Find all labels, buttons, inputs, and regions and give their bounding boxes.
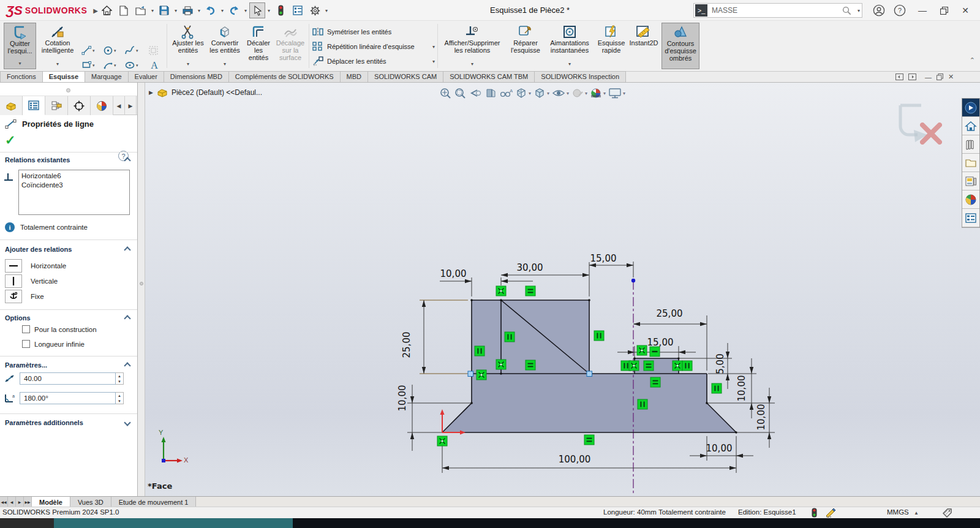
custom-properties-icon[interactable] bbox=[962, 209, 979, 227]
tab-propertymanager[interactable] bbox=[23, 96, 45, 115]
undo-icon[interactable] bbox=[203, 2, 219, 18]
line-tool[interactable]: ▾ bbox=[81, 45, 95, 56]
dimension-label[interactable]: 5,00 bbox=[715, 353, 726, 374]
units-dropdown-icon[interactable]: ▲ bbox=[914, 510, 919, 516]
search-icon[interactable] bbox=[837, 2, 856, 18]
mirror-entities-button[interactable]: Symétriser les entités bbox=[312, 25, 391, 39]
status-rebuild-icon[interactable] bbox=[812, 508, 817, 518]
add-relations-collapse-icon[interactable] bbox=[124, 246, 130, 253]
for-construction-checkbox[interactable] bbox=[22, 325, 30, 333]
exit-sketch-dropdown-icon[interactable]: ▾ bbox=[18, 60, 21, 67]
relation-item[interactable]: Coïncidente3 bbox=[21, 181, 127, 190]
select-tool-button[interactable] bbox=[249, 2, 265, 18]
save-dropdown-icon[interactable]: ▾ bbox=[173, 8, 179, 13]
dimension-label[interactable]: 15,00 bbox=[647, 337, 674, 348]
help-icon[interactable]: ? bbox=[891, 2, 908, 18]
dimension-label[interactable]: 10,00 bbox=[440, 268, 467, 279]
status-sketch-icon[interactable] bbox=[825, 508, 836, 518]
move-dropdown-icon[interactable]: ▾ bbox=[432, 59, 435, 64]
rebuild-icon[interactable] bbox=[273, 2, 288, 18]
dimension-label[interactable]: 25,00 bbox=[657, 308, 683, 319]
horizontal-relation-button[interactable]: Horizontale bbox=[5, 259, 66, 273]
additional-parameters-expand-icon[interactable] bbox=[124, 419, 130, 426]
angle-spinner[interactable]: ▲▼ bbox=[116, 392, 124, 404]
instant2d-button[interactable]: Instant2D bbox=[628, 23, 659, 69]
angle-input[interactable]: 180.00° bbox=[20, 392, 116, 404]
restore-button[interactable] bbox=[935, 2, 952, 18]
convert-entities-button[interactable]: Convertir les entités▾ bbox=[207, 23, 243, 69]
last-tab-icon[interactable]: ▶▶ bbox=[24, 497, 32, 507]
linear-pattern-dropdown-icon[interactable]: ▾ bbox=[432, 44, 435, 50]
views-3d-tab[interactable]: Vues 3D bbox=[70, 497, 111, 507]
search-box[interactable]: >_ MASSE ▾ bbox=[693, 3, 862, 18]
pane-right-icon[interactable] bbox=[908, 74, 916, 80]
tab-marquage[interactable]: Marquage bbox=[85, 71, 129, 82]
new-document-icon[interactable] bbox=[116, 2, 132, 18]
dimension-label[interactable]: 30,00 bbox=[517, 262, 543, 273]
options-dropdown-icon[interactable]: ▾ bbox=[323, 8, 330, 13]
instant-snaps-dropdown-icon[interactable]: ▾ bbox=[568, 61, 571, 68]
ribbon-collapse-icon[interactable]: ⌃ bbox=[970, 56, 975, 64]
tab-evaluer[interactable]: Evaluer bbox=[128, 71, 164, 82]
shaded-sketch-contours-button[interactable]: Contours d'esquisse ombrés bbox=[662, 23, 699, 69]
doc-close-icon[interactable]: ✕ bbox=[948, 73, 954, 81]
doc-minimize-icon[interactable]: — bbox=[925, 74, 932, 81]
redo-icon[interactable] bbox=[226, 2, 242, 18]
smart-dimension-dropdown-icon[interactable]: ▾ bbox=[56, 61, 59, 68]
smart-dimension-button[interactable]: Cotation intelligente▾ bbox=[39, 23, 77, 69]
menu-expand-icon[interactable]: ▶ bbox=[93, 7, 98, 14]
view-palette-icon[interactable] bbox=[962, 172, 979, 190]
move-entities-button[interactable]: Déplacer les entités▾ bbox=[312, 54, 435, 69]
existing-relations-list[interactable]: Horizontale6 Coïncidente3 bbox=[18, 170, 130, 215]
spline-tool[interactable]: ▾ bbox=[124, 45, 138, 56]
instant-snaps-button[interactable]: Aimantations instantanées▾ bbox=[547, 23, 592, 69]
print-icon[interactable] bbox=[179, 2, 195, 18]
relation-item[interactable]: Horizontale6 bbox=[21, 172, 127, 181]
graphics-area[interactable]: ▶ Pièce2 (Default) <<Defaul... A ▾ ▾ ▾ ▾… bbox=[145, 83, 980, 496]
home-icon[interactable] bbox=[99, 2, 115, 18]
tab-solidworks-cam-tbm[interactable]: SOLIDWORKS CAM TBM bbox=[443, 71, 535, 82]
tab-esquisse[interactable]: Esquisse bbox=[42, 71, 85, 82]
linear-pattern-button[interactable]: Répétition linéaire d'esquisse▾ bbox=[312, 39, 435, 54]
panel-tabs-scroll-right-icon[interactable]: ▶ bbox=[125, 96, 137, 115]
options-collapse-icon[interactable] bbox=[124, 315, 130, 322]
sketch-picture-tool[interactable] bbox=[148, 45, 159, 56]
doc-restore-icon[interactable] bbox=[937, 74, 943, 80]
prev-tab-icon[interactable]: ◀ bbox=[8, 497, 16, 507]
redo-dropdown-icon[interactable]: ▾ bbox=[243, 8, 249, 13]
length-spinner[interactable]: ▲▼ bbox=[116, 372, 124, 385]
text-tool[interactable]: A bbox=[149, 60, 159, 70]
exit-sketch-button[interactable]: Quitter l'esqui...▾ bbox=[4, 23, 36, 69]
dimension-label[interactable]: 10,00 bbox=[397, 385, 408, 412]
motion-study-tab[interactable]: Etude de mouvement 1 bbox=[111, 497, 197, 507]
status-tag-icon[interactable] bbox=[942, 508, 952, 518]
tab-mbd[interactable]: MBD bbox=[340, 71, 368, 82]
rectangle-tool[interactable]: ▾ bbox=[81, 60, 95, 70]
units-selector[interactable]: MMGS bbox=[887, 508, 909, 516]
undo-dropdown-icon[interactable]: ▾ bbox=[219, 8, 225, 13]
tab-dimensions-mbd[interactable]: Dimensions MBD bbox=[164, 71, 229, 82]
first-tab-icon[interactable]: ◀◀ bbox=[0, 497, 8, 507]
tab-solidworks-cam[interactable]: SOLIDWORKS CAM bbox=[368, 71, 443, 82]
options-gear-icon[interactable] bbox=[307, 2, 323, 18]
next-tab-icon[interactable]: ▶ bbox=[16, 497, 24, 507]
vertical-relation-button[interactable]: Verticale bbox=[5, 274, 58, 288]
additional-parameters-header[interactable]: Paramètres additionnels bbox=[5, 419, 83, 426]
add-relations-header[interactable]: Ajouter des relations bbox=[5, 246, 72, 253]
tab-dimxpertmanager[interactable] bbox=[68, 96, 91, 115]
dimension-label[interactable]: 15,00 bbox=[590, 253, 617, 264]
arc-tool[interactable]: ▾ bbox=[103, 60, 116, 70]
sketch-viewport[interactable] bbox=[145, 83, 980, 496]
3dexperience-icon[interactable] bbox=[962, 99, 979, 117]
convert-dropdown-icon[interactable]: ▾ bbox=[224, 61, 226, 68]
options-header[interactable]: Options bbox=[5, 314, 31, 322]
close-button[interactable]: ✕ bbox=[957, 2, 974, 18]
file-explorer-icon[interactable] bbox=[962, 154, 979, 172]
parameters-header[interactable]: Paramètres... bbox=[5, 361, 47, 369]
save-icon[interactable] bbox=[156, 2, 172, 18]
tab-featuremanager-tree[interactable] bbox=[0, 96, 23, 115]
existing-relations-header[interactable]: Relations existantes bbox=[5, 156, 70, 164]
parameters-collapse-icon[interactable] bbox=[124, 362, 130, 369]
rapid-sketch-button[interactable]: Esquisse rapide bbox=[594, 23, 628, 69]
minimize-button[interactable]: — bbox=[914, 2, 931, 18]
